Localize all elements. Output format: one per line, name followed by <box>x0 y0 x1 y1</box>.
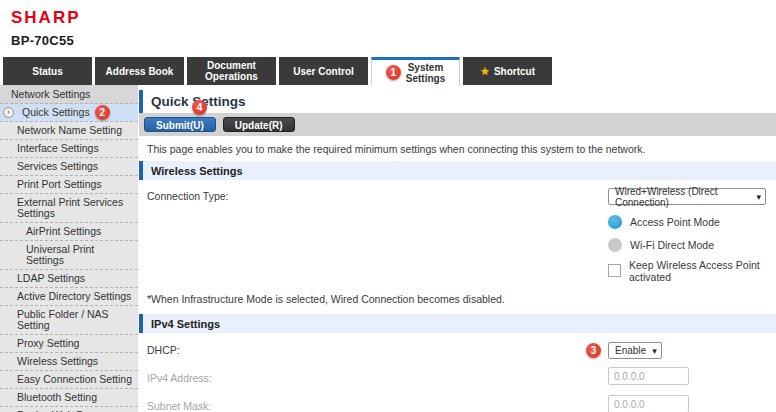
keep-wireless-ap-label: Keep Wireless Access Point activated <box>629 259 776 283</box>
dhcp-value: Enable <box>615 345 646 356</box>
subnet-mask-input <box>608 395 689 412</box>
callout-badge-2: 2 <box>95 105 110 120</box>
body: Network Settings ›Quick Settings2 Networ… <box>0 85 776 412</box>
section-ipv4-settings: IPv4 Settings <box>139 314 776 333</box>
page-title: Quick Settings <box>139 90 776 113</box>
connection-type-select[interactable]: Wired+Wireless (Direct Connection) ▾ <box>608 188 766 205</box>
sidebar-item-universal-print-settings[interactable]: Universal Print Settings <box>0 241 138 270</box>
page-description: This page enables you to make the requir… <box>147 143 776 155</box>
dhcp-row: DHCP: 3 Enable ▾ <box>138 342 776 361</box>
header: SHARP BP-70C55 <box>0 0 776 57</box>
update-button[interactable]: Update(R) <box>223 117 295 132</box>
chevron-down-icon: ▾ <box>652 346 657 356</box>
connection-type-value: Wired+Wireless (Direct Connection) <box>615 186 750 208</box>
subnet-mask-label: Subnet Mask: <box>138 398 211 412</box>
callout-badge-4: 4 <box>192 100 207 115</box>
sidebar-item-print-port-settings[interactable]: Print Port Settings <box>0 176 138 194</box>
sidebar-item-interface-settings[interactable]: Interface Settings <box>0 140 138 158</box>
callout-badge-3: 3 <box>586 343 601 358</box>
wifi-direct-mode-option: Wi-Fi Direct Mode <box>608 237 776 252</box>
sidebar-item-external-print-services[interactable]: External Print Services Settings <box>0 194 138 223</box>
tab-status[interactable]: Status <box>3 57 92 85</box>
sidebar-item-bluetooth-setting[interactable]: Bluetooth Setting <box>0 389 138 407</box>
dhcp-select[interactable]: Enable ▾ <box>608 342 662 359</box>
wifi-direct-mode-label: Wi-Fi Direct Mode <box>630 239 714 251</box>
sidebar-item-quick-settings[interactable]: ›Quick Settings2 <box>0 104 138 122</box>
sidebar-item-quick-settings-label: Quick Settings <box>22 106 90 118</box>
star-icon: ★ <box>480 66 490 77</box>
page: SHARP BP-70C55 Status Address Book Docum… <box>0 0 776 412</box>
access-point-mode-radio[interactable] <box>608 215 622 229</box>
current-page-arrow-icon: › <box>3 107 14 118</box>
infrastructure-mode-note: *When Infrastructure Mode is selected, W… <box>147 293 776 305</box>
main-content: Quick Settings 4 Submit(U) Update(R) Thi… <box>138 85 776 412</box>
sidebar-item-public-folder-nas-setting[interactable]: Public Folder / NAS Setting <box>0 306 138 335</box>
sidebar-item-wireless-settings[interactable]: Wireless Settings <box>0 353 138 371</box>
tab-bar: Status Address Book Document Operations … <box>0 57 776 85</box>
sidebar-item-proxy-setting[interactable]: Proxy Setting <box>0 335 138 353</box>
callout-badge-1: 1 <box>386 65 401 80</box>
tab-document-operations[interactable]: Document Operations <box>187 57 276 85</box>
sidebar-item-device-web-page-setting[interactable]: Device Web Page Setting <box>0 407 138 412</box>
sidebar-item-active-directory-settings[interactable]: Active Directory Settings <box>0 288 138 306</box>
tab-shortcut[interactable]: ★ Shortcut <box>463 57 552 85</box>
connection-type-label: Connection Type: <box>138 188 229 205</box>
access-point-mode-option: Access Point Mode <box>608 214 776 229</box>
connection-type-row: Connection Type: Wired+Wireless (Direct … <box>138 188 776 206</box>
tab-system-settings[interactable]: 1 System Settings <box>371 57 460 85</box>
sidebar-item-easy-connection-setting[interactable]: Easy Connection Setting <box>0 371 138 389</box>
tab-shortcut-label: Shortcut <box>494 66 535 77</box>
keep-wireless-ap-option: Keep Wireless Access Point activated <box>608 263 776 278</box>
ipv4-address-label: IPv4 Address: <box>138 370 212 387</box>
sidebar: Network Settings ›Quick Settings2 Networ… <box>0 85 138 412</box>
wifi-direct-mode-radio[interactable] <box>608 238 622 252</box>
submit-button[interactable]: Submit(U) <box>144 117 216 132</box>
dhcp-label: DHCP: <box>138 342 180 359</box>
sharp-logo: SHARP <box>11 8 776 28</box>
sidebar-item-network-name-setting[interactable]: Network Name Setting <box>0 122 138 140</box>
tab-address-book[interactable]: Address Book <box>95 57 184 85</box>
section-wireless-settings: Wireless Settings <box>139 161 776 180</box>
sidebar-item-ldap-settings[interactable]: LDAP Settings <box>0 270 138 288</box>
keep-wireless-ap-checkbox[interactable] <box>608 264 621 277</box>
access-point-mode-label: Access Point Mode <box>630 216 720 228</box>
ipv4-address-input <box>608 367 689 385</box>
sidebar-item-network-settings[interactable]: Network Settings <box>0 86 138 104</box>
ipv4-address-row: IPv4 Address: <box>138 370 776 389</box>
sidebar-item-airprint-settings[interactable]: AirPrint Settings <box>0 223 138 241</box>
tab-system-settings-label: System Settings <box>406 62 445 84</box>
tab-user-control[interactable]: User Control <box>279 57 368 85</box>
toolbar: Submit(U) Update(R) <box>139 113 776 136</box>
chevron-down-icon: ▾ <box>756 192 761 202</box>
device-model: BP-70C55 <box>11 33 776 48</box>
subnet-mask-row: Subnet Mask: <box>138 398 776 412</box>
sidebar-item-services-settings[interactable]: Services Settings <box>0 158 138 176</box>
